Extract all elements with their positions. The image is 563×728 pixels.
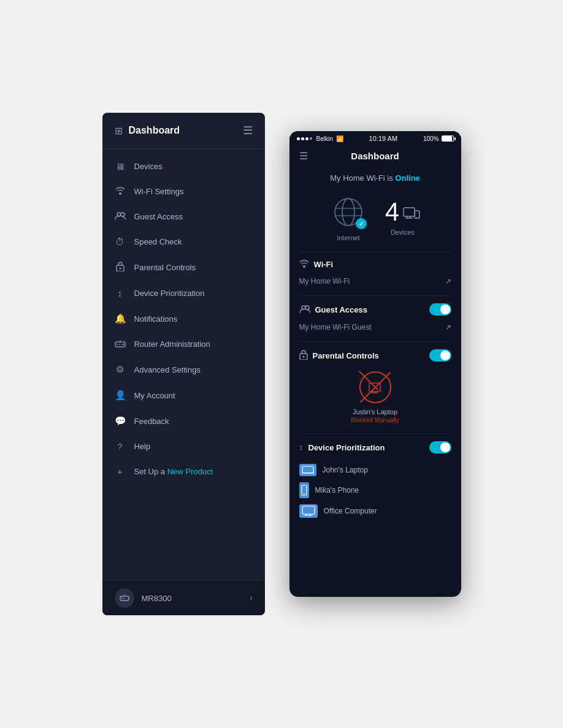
- sidebar-item-label: Help: [134, 442, 151, 451]
- hamburger-icon[interactable]: ☰: [243, 124, 253, 137]
- parental-controls-icon: [299, 350, 308, 362]
- sidebar-item-notifications[interactable]: 🔔 Notifications: [102, 306, 265, 332]
- devices-count-row: 4: [385, 199, 420, 225]
- sidebar-item-devices[interactable]: 🖥 Devices: [102, 154, 265, 179]
- signal-dot: [297, 137, 300, 140]
- dashboard-icons-row: ✓ Internet 4: [289, 188, 461, 251]
- block-overlay: [354, 366, 383, 395]
- parental-controls-header: Parental Controls: [299, 349, 451, 362]
- settings-icon: ⚙: [115, 364, 126, 375]
- phone-icon: [299, 482, 309, 498]
- guest-network-name: My Home Wi-Fi Guest: [299, 323, 372, 332]
- check-badge: ✓: [356, 218, 367, 229]
- svg-point-18: [305, 306, 309, 309]
- internet-status-item[interactable]: ✓ Internet: [330, 194, 367, 241]
- status-left: Belkin 📶: [297, 135, 343, 142]
- sidebar-item-label: Parental Controls: [134, 263, 196, 272]
- page-container: ⊞ Dashboard ☰ 🖥 Devices Wi-Fi Settin: [0, 0, 563, 728]
- sidebar-item-guest-access[interactable]: Guest Access: [102, 204, 265, 229]
- sidebar-nav: 🖥 Devices Wi-Fi Settings: [102, 149, 265, 580]
- svg-rect-23: [302, 466, 313, 473]
- battery-fill: [442, 136, 452, 141]
- blocked-device-status: Blocked Manually: [351, 417, 399, 423]
- sidebar-footer[interactable]: MR8300 ›: [102, 580, 265, 615]
- svg-point-11: [342, 199, 354, 226]
- desktop-icon: [299, 504, 318, 518]
- sidebar-item-feedback[interactable]: 💬 Feedback: [102, 408, 265, 434]
- wifi-network-item[interactable]: My Home Wi-Fi ↗: [299, 275, 451, 288]
- sidebar-item-speed-check[interactable]: ⏱ Speed Check: [102, 229, 265, 254]
- guest-access-title: Guest Access: [315, 305, 368, 314]
- sidebar-item-advanced-settings[interactable]: ⚙ Advanced Settings: [102, 357, 265, 382]
- devices-icon: 🖥: [115, 161, 126, 172]
- blocked-device[interactable]: Justin's Laptop Blocked Manually: [299, 366, 451, 426]
- sidebar-item-label: Notifications: [134, 314, 178, 324]
- guest-access-header-left: Guest Access: [299, 305, 368, 315]
- priority-icon: ↕: [115, 288, 126, 298]
- add-icon: +: [115, 466, 126, 477]
- guest-access-header: Guest Access: [299, 303, 451, 316]
- internet-label: Internet: [337, 234, 359, 241]
- guest-access-toggle[interactable]: [429, 303, 451, 316]
- sidebar-item-wifi-settings[interactable]: Wi-Fi Settings: [102, 179, 265, 204]
- mobile-header-title: Dashboard: [351, 151, 399, 161]
- priority-device-item[interactable]: Mika's Phone: [299, 479, 451, 501]
- priority-device-item[interactable]: Office Computer: [299, 501, 451, 521]
- device-prioritization-toggle[interactable]: [429, 441, 451, 453]
- wifi-status-prefix: My Home Wi-Fi is: [330, 173, 395, 183]
- guest-network-item[interactable]: My Home Wi-Fi Guest ↗: [299, 320, 451, 334]
- signal-dot: [310, 137, 312, 140]
- wifi-section-title: Wi-Fi: [314, 260, 334, 269]
- device-prioritization-icon: ↕: [299, 442, 304, 452]
- blocked-icon-wrap: [359, 371, 391, 403]
- wifi-network-name: My Home Wi-Fi: [299, 277, 350, 286]
- device-prioritization-section: ↕ Device Prioritization J: [289, 434, 461, 528]
- wifi-section-header: Wi-Fi: [299, 259, 451, 270]
- devices-label: Devices: [391, 229, 415, 236]
- sidebar-item-label: Wi-Fi Settings: [134, 187, 184, 196]
- sidebar-item-label: Device Prioritization: [134, 289, 205, 298]
- sidebar-title: Dashboard: [129, 125, 180, 136]
- device-prioritization-header-left: ↕ Device Prioritization: [299, 442, 385, 452]
- sidebar-item-label: Devices: [134, 162, 163, 171]
- svg-point-9: [123, 598, 124, 599]
- mobile-menu-icon[interactable]: ☰: [299, 150, 308, 162]
- sidebar-item-my-account[interactable]: 👤 My Account: [102, 382, 265, 408]
- laptop-icon: [299, 464, 316, 476]
- devices-count-item[interactable]: 4 Devices: [385, 199, 420, 236]
- router-icon: [115, 339, 126, 349]
- sidebar-item-router-admin[interactable]: Router Administration: [102, 332, 265, 357]
- priority-device-item[interactable]: John's Laptop: [299, 461, 451, 479]
- sidebar-item-help[interactable]: ? Help: [102, 434, 265, 459]
- svg-line-22: [359, 371, 378, 390]
- sidebar-item-setup[interactable]: + Set Up a New Product: [102, 459, 265, 484]
- devices-icon: [403, 207, 420, 221]
- sidebar-header-left: ⊞ Dashboard: [115, 125, 180, 137]
- status-bar: Belkin 📶 10:19 AM 100%: [289, 131, 461, 146]
- device-name: John's Laptop: [323, 466, 368, 474]
- sidebar-item-label: My Account: [134, 391, 175, 400]
- guest-access-section: Guest Access My Home Wi-Fi Guest ↗: [289, 296, 461, 341]
- help-icon: ?: [115, 441, 126, 452]
- svg-point-3: [119, 268, 121, 270]
- devices-icon-group: [403, 207, 420, 221]
- guest-icon: [115, 211, 126, 222]
- speed-icon: ⏱: [115, 237, 126, 247]
- sidebar-item-device-prioritization[interactable]: ↕ Device Prioritization: [102, 281, 265, 306]
- wifi-icon: [115, 186, 126, 197]
- parental-icon: [115, 262, 126, 273]
- signal-dot: [305, 137, 308, 140]
- wifi-section-header-left: Wi-Fi: [299, 259, 334, 270]
- priority-device-list: John's Laptop Mika's Phone: [299, 458, 451, 521]
- parental-controls-title: Parental Controls: [313, 351, 379, 360]
- mobile-app: Belkin 📶 10:19 AM 100% ☰ Dashboard My Ho…: [289, 131, 461, 597]
- sidebar-item-parental-controls[interactable]: Parental Controls: [102, 254, 265, 281]
- parental-controls-header-left: Parental Controls: [299, 350, 379, 362]
- external-link-icon: ↗: [445, 323, 451, 332]
- router-model: MR8300: [142, 594, 172, 603]
- dashboard-icon: ⊞: [115, 125, 123, 137]
- sidebar-header: ⊞ Dashboard ☰: [102, 113, 265, 149]
- chevron-right-icon: ›: [250, 594, 253, 602]
- globe-icon-wrap: ✓: [330, 194, 367, 230]
- parental-controls-toggle[interactable]: [429, 349, 451, 362]
